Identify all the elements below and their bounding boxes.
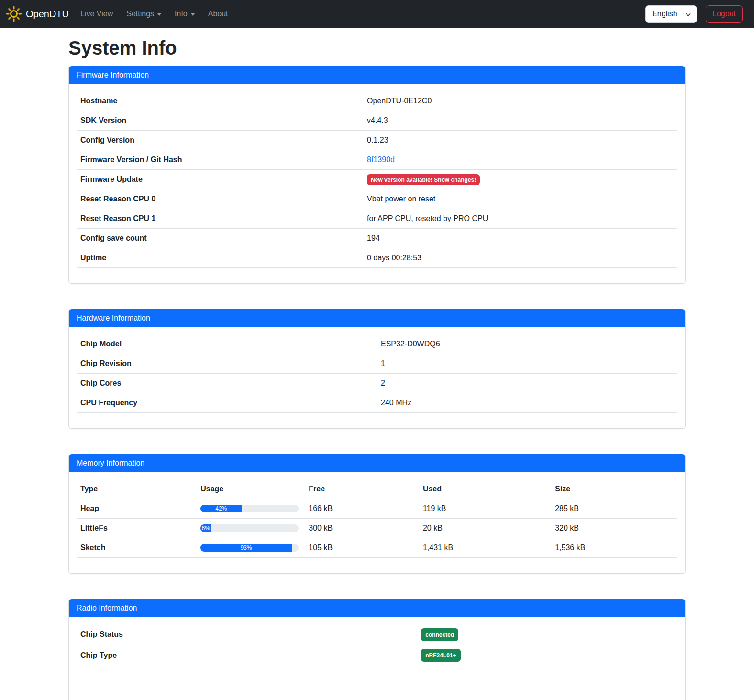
row-value: 0.1.23 [363,131,677,150]
free-cell: 166 kB [305,499,419,519]
used-cell: 119 kB [419,499,551,519]
row-value: nRF24L01+ [417,645,677,666]
size-cell: 320 kB [551,519,677,538]
row-label: Firmware Version / Git Hash [77,150,363,170]
table-row: Firmware UpdateNew version available! Sh… [77,170,677,189]
row-label: Chip Model [77,334,377,354]
card-header: Hardware Information [69,309,685,327]
page-title: System Info [68,37,686,59]
row-label: Chip Cores [77,374,377,393]
card-body: HostnameOpenDTU-0E12C0SDK Versionv4.4.3C… [69,84,685,283]
table-row: Chip TypenRF24L01+ [77,645,677,666]
row-label: Uptime [77,248,363,268]
table-row: Reset Reason CPU 1for APP CPU, reseted b… [77,209,677,229]
table-row: CPU Frequency240 MHz [77,393,677,413]
chevron-down-icon [157,13,161,16]
row-value: v4.4.3 [363,111,677,131]
table-row: Sketch93%105 kB1,431 kB1,536 kB [77,538,677,558]
table-row: Heap42%166 kB119 kB285 kB [77,499,677,519]
row-label: Config Version [77,131,363,150]
row-label: Reset Reason CPU 0 [77,189,363,209]
table-row: Uptime0 days 00:28:53 [77,248,677,268]
row-value: 8f1390d [363,150,677,170]
row-label: Heap [77,499,197,519]
card-header: Memory Information [69,454,685,472]
row-value: Vbat power on reset [363,189,677,209]
language-select[interactable]: English [645,5,697,23]
table-row: Reset Reason CPU 0Vbat power on reset [77,189,677,209]
logout-button[interactable]: Logout [706,5,743,23]
nav-item-info[interactable]: Info [168,6,201,22]
table-row: Config save count194 [77,229,677,248]
table-row: Chip Statusconnected [77,624,677,645]
firmware-info-card: Firmware Information HostnameOpenDTU-0E1… [68,66,686,284]
card-header: Firmware Information [69,66,685,84]
card-header: Radio Information [69,599,685,617]
row-value: 240 MHz [377,393,677,413]
chevron-down-icon [685,11,691,18]
used-cell: 20 kB [419,519,551,538]
memory-info-table: Type Usage Free Used Size Heap42%166 kB1… [77,479,677,558]
card-body: Type Usage Free Used Size Heap42%166 kB1… [69,472,685,573]
column-header-free: Free [305,479,419,499]
nav-item-live-view[interactable]: Live View [74,6,120,22]
column-header-usage: Usage [197,479,305,499]
radio-info-card: Radio Information Chip StatusconnectedCh… [68,599,686,700]
row-label: Chip Status [77,624,417,645]
language-select-value: English [652,10,677,18]
row-value: New version available! Show changes! [363,170,677,189]
row-value: 194 [363,229,677,248]
size-cell: 285 kB [551,499,677,519]
usage-progress-bar: 93% [200,544,292,552]
table-row: Chip Cores2 [77,374,677,393]
navbar: OpenDTU Live View Settings Info About En… [0,0,754,28]
git-hash-link[interactable]: 8f1390d [367,156,395,164]
hardware-info-table: Chip ModelESP32-D0WDQ6Chip Revision1Chip… [77,334,677,413]
nav-item-label: About [208,10,228,18]
chevron-down-icon [191,13,195,16]
size-cell: 1,536 kB [551,538,677,558]
column-header-used: Used [419,479,551,499]
table-row: Chip ModelESP32-D0WDQ6 [77,334,677,354]
table-header-row: Type Usage Free Used Size [77,479,677,499]
used-cell: 1,431 kB [419,538,551,558]
table-row: SDK Versionv4.4.3 [77,111,677,131]
usage-cell: 42% [197,499,305,519]
brand-link[interactable]: OpenDTU [6,4,69,24]
hardware-info-card: Hardware Information Chip ModelESP32-D0W… [68,309,686,429]
row-label: Hostname [77,91,363,111]
firmware-update-badge[interactable]: New version available! Show changes! [367,174,480,185]
nav-item-label: Live View [80,10,113,18]
row-value: OpenDTU-0E12C0 [363,91,677,111]
row-label: Firmware Update [77,170,363,189]
nav-item-settings[interactable]: Settings [120,6,168,22]
table-row: Firmware Version / Git Hash8f1390d [77,150,677,170]
nav-item-label: Settings [126,10,154,18]
row-label: Chip Revision [77,354,377,374]
row-value: ESP32-D0WDQ6 [377,334,677,354]
table-row: Chip Revision1 [77,354,677,374]
row-label: Reset Reason CPU 1 [77,209,363,229]
nav-item-about[interactable]: About [201,6,235,22]
row-value: connected [417,624,677,645]
main-nav: Live View Settings Info About [74,6,235,22]
row-label: Sketch [77,538,197,558]
table-row: Config Version0.1.23 [77,131,677,150]
free-cell: 300 kB [305,519,419,538]
row-label: CPU Frequency [77,393,377,413]
row-label: Chip Type [77,645,417,666]
memory-info-card: Memory Information Type Usage Free Used … [68,454,686,574]
usage-cell: 93% [197,538,305,558]
usage-progress-bar: 6% [200,524,211,532]
table-row: HostnameOpenDTU-0E12C0 [77,91,677,111]
brand-label: OpenDTU [26,9,69,20]
row-label: LittleFs [77,519,197,538]
row-value: 0 days 00:28:53 [363,248,677,268]
sun-logo-icon [6,6,22,22]
row-label: SDK Version [77,111,363,131]
row-value: 2 [377,374,677,393]
free-cell: 105 kB [305,538,419,558]
usage-progress: 6% [200,524,299,532]
main-container: System Info Firmware Information Hostnam… [68,37,686,700]
row-label: Config save count [77,229,363,248]
